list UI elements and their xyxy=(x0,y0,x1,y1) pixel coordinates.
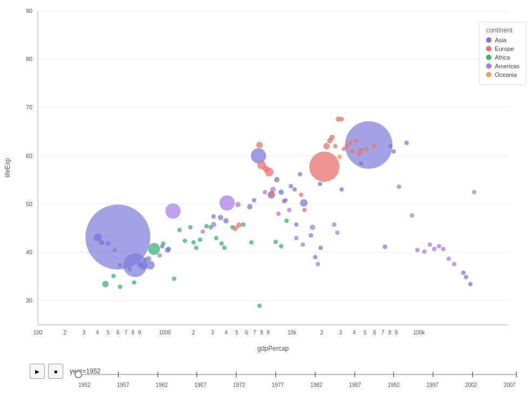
bubble xyxy=(222,246,227,250)
bubble xyxy=(310,225,315,230)
year-label-2007: 2007 xyxy=(504,382,516,388)
year-label-1992: 1992 xyxy=(388,382,400,388)
legend-dot-asia xyxy=(486,37,491,43)
xtick-8b: 8 xyxy=(260,330,263,336)
year-label-2002: 2002 xyxy=(465,382,477,388)
bubble xyxy=(194,246,198,250)
bubble xyxy=(422,249,427,254)
bubble xyxy=(348,141,353,145)
bubble xyxy=(447,257,451,261)
bubble xyxy=(165,203,181,219)
bubble xyxy=(340,187,344,192)
bubble xyxy=(383,245,387,249)
year-label-1977: 1977 xyxy=(272,382,284,388)
xtick-7c: 7 xyxy=(381,330,384,336)
tick-1972 xyxy=(236,372,237,377)
bubble xyxy=(274,177,280,182)
xtick-3a: 3 xyxy=(82,330,85,336)
xtick-6c: 6 xyxy=(373,330,376,336)
bubble xyxy=(335,231,340,235)
bubble xyxy=(111,274,116,278)
bubble xyxy=(391,149,396,154)
bubble xyxy=(263,190,267,194)
legend-label-oceania: Oceania xyxy=(495,71,517,78)
xtick-7b: 7 xyxy=(253,330,256,336)
stop-button[interactable]: ■ xyxy=(48,364,63,379)
bubble xyxy=(218,215,223,220)
bubble xyxy=(235,202,241,207)
year-label-1972: 1972 xyxy=(233,382,245,388)
bubble-oceania xyxy=(337,155,342,159)
legend-label-africa: Africa xyxy=(495,54,510,61)
bubble xyxy=(313,255,317,259)
tick-1962 xyxy=(157,372,158,377)
bubble xyxy=(256,142,263,148)
bubble xyxy=(223,218,229,224)
bubble xyxy=(198,238,202,242)
timeline-slider-container: 1952 1957 1962 1967 1972 1977 1982 1987 … xyxy=(78,369,516,388)
tick-1957 xyxy=(118,372,119,377)
bubble xyxy=(211,214,216,219)
legend-dot-africa xyxy=(486,55,491,60)
bubble xyxy=(404,141,409,145)
tick-2002 xyxy=(472,372,473,377)
bubble xyxy=(332,222,336,227)
xtick-4c: 4 xyxy=(353,330,356,336)
ytick-90: 90 xyxy=(26,8,32,14)
slider-track xyxy=(78,374,516,375)
tick-1982 xyxy=(315,372,316,377)
xtick-4b: 4 xyxy=(224,330,228,336)
bubble xyxy=(318,182,322,186)
year-label-1962: 1962 xyxy=(156,382,168,388)
bubble xyxy=(220,195,235,211)
year-label-1987: 1987 xyxy=(349,382,361,388)
bubble xyxy=(146,261,155,270)
bubble xyxy=(283,198,288,202)
xtick-9b: 9 xyxy=(267,330,270,336)
bubble xyxy=(428,242,432,247)
legend-item-europe: Europe xyxy=(486,45,520,52)
bubble xyxy=(214,236,218,240)
bubble xyxy=(265,168,274,176)
bubble xyxy=(276,212,281,216)
tick-2007 xyxy=(516,372,517,377)
bubble xyxy=(441,247,445,251)
tick-1977 xyxy=(275,372,276,377)
year-label-1952: 1952 xyxy=(78,382,90,388)
bubble xyxy=(274,240,278,244)
xtick-5a: 5 xyxy=(107,330,110,336)
bubble xyxy=(191,240,196,245)
xtick-100k: 100k xyxy=(413,330,425,336)
bubble xyxy=(157,253,162,258)
bubble xyxy=(461,271,466,275)
legend-dot-americas xyxy=(486,63,491,69)
slider-thumb[interactable] xyxy=(75,371,82,378)
bubble xyxy=(309,233,313,238)
bubble xyxy=(102,281,109,287)
bubble xyxy=(294,236,298,240)
legend-title: continent xyxy=(486,27,520,34)
play-button[interactable]: ▶ xyxy=(30,364,45,379)
ytick-30: 30 xyxy=(26,297,32,304)
bubble xyxy=(301,242,305,247)
ytick-60: 60 xyxy=(26,153,32,159)
bubble xyxy=(302,208,307,212)
legend-item-africa: Africa xyxy=(486,54,520,61)
xtick-3b: 3 xyxy=(211,330,214,336)
year-label-1967: 1967 xyxy=(195,382,207,388)
bubble xyxy=(279,244,283,248)
bubble xyxy=(464,275,468,279)
xtick-2c: 2 xyxy=(320,330,323,336)
bubble xyxy=(372,144,376,148)
year-label-1997: 1997 xyxy=(427,382,438,388)
bubble xyxy=(397,185,401,189)
bubble xyxy=(188,225,192,229)
bubble xyxy=(146,256,151,261)
bubble xyxy=(354,139,358,143)
bubble xyxy=(252,198,256,202)
bubble xyxy=(432,247,436,251)
xtick-10k: 10k xyxy=(288,330,297,336)
bubble xyxy=(247,204,252,209)
xtick-8a: 8 xyxy=(131,330,135,336)
xtick-3c: 3 xyxy=(339,330,342,336)
